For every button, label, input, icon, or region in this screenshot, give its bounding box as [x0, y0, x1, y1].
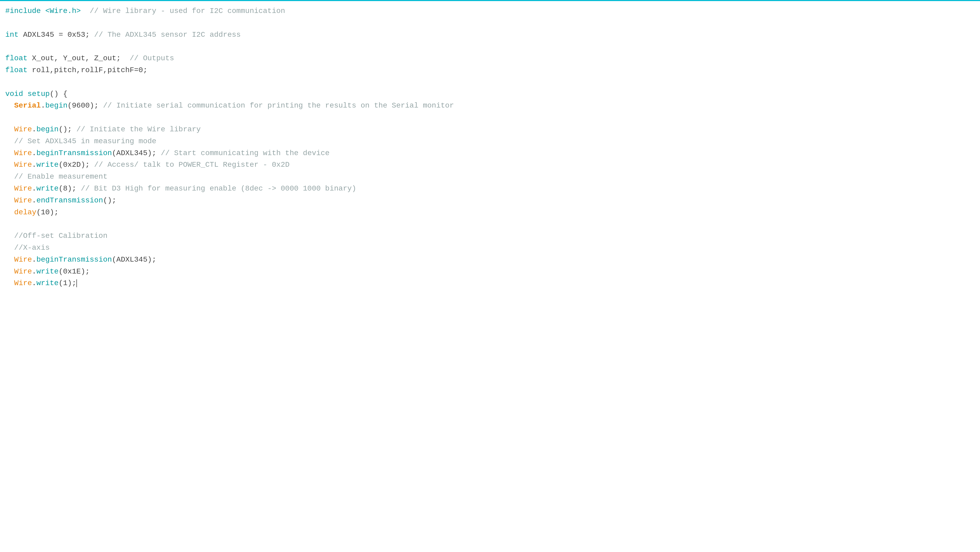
code-token: .	[41, 102, 45, 109]
code-token: ();	[103, 196, 116, 205]
code-line: void setup() {	[3, 88, 975, 100]
code-token	[5, 125, 14, 133]
code-token: delay	[14, 208, 37, 216]
code-token	[5, 244, 14, 252]
code-token: Serial	[14, 102, 41, 109]
code-token	[5, 196, 14, 205]
code-token: write	[37, 279, 59, 287]
code-token: ADXL345 = 0x53;	[19, 31, 94, 39]
code-line: int ADXL345 = 0x53; // The ADXL345 senso…	[3, 29, 975, 41]
code-token: //X-axis	[14, 244, 50, 252]
code-token: (10);	[37, 208, 59, 216]
code-token: write	[37, 161, 59, 169]
code-line: #include <Wire.h> // Wire library - used…	[3, 5, 975, 17]
code-token: setup	[27, 90, 50, 98]
text-cursor	[76, 279, 77, 287]
code-token: write	[37, 184, 59, 193]
code-token: endTransmission	[37, 196, 103, 205]
code-token: // The ADXL345 sensor I2C address	[94, 31, 241, 39]
code-line	[3, 17, 975, 29]
code-token	[5, 102, 14, 109]
code-token: Wire	[14, 196, 32, 205]
code-token: .	[32, 196, 37, 205]
code-token: .	[32, 125, 37, 133]
code-token	[23, 90, 27, 98]
code-token: .	[32, 279, 37, 287]
code-line: Wire.beginTransmission(ADXL345);	[3, 254, 975, 266]
code-token: float	[5, 54, 27, 62]
code-token: (8);	[59, 184, 81, 193]
code-token: Wire	[14, 267, 32, 276]
code-token: Wire	[14, 279, 32, 287]
code-token	[5, 232, 14, 240]
code-token: // Set ADXL345 in measuring mode	[14, 137, 156, 145]
code-token: // Access/ talk to POWER_CTL Register - …	[94, 161, 290, 169]
code-token: Wire	[14, 255, 32, 264]
code-token: begin	[37, 125, 59, 133]
code-line	[3, 218, 975, 230]
code-token	[5, 161, 14, 169]
code-token: float	[5, 66, 27, 74]
code-line: // Enable measurement	[3, 171, 975, 183]
code-token: (ADXL345);	[112, 149, 161, 157]
code-line: Wire.begin(); // Initiate the Wire libra…	[3, 124, 975, 136]
code-token: //Off-set Calibration	[14, 232, 108, 240]
code-line: Wire.write(0x2D); // Access/ talk to POW…	[3, 159, 975, 171]
code-token: // Start communicating with the device	[161, 149, 330, 157]
code-line	[3, 41, 975, 52]
code-token: (ADXL345);	[112, 255, 156, 264]
code-line	[3, 112, 975, 124]
code-token: Wire	[14, 184, 32, 193]
code-token: roll,pitch,rollF,pitchF=0;	[27, 66, 148, 74]
code-line: Wire.write(0x1E);	[3, 266, 975, 278]
code-content[interactable]: #include <Wire.h> // Wire library - used…	[3, 5, 975, 289]
code-token: .	[32, 267, 37, 276]
code-token: void	[5, 90, 23, 98]
code-token: .	[32, 149, 37, 157]
code-token: // Enable measurement	[14, 173, 108, 181]
code-token: begin	[45, 102, 67, 109]
code-token: int	[5, 31, 19, 39]
code-line: Wire.endTransmission();	[3, 195, 975, 207]
code-token: beginTransmission	[37, 255, 112, 264]
code-token: .	[32, 161, 37, 169]
code-line: Wire.beginTransmission(ADXL345); // Star…	[3, 148, 975, 159]
top-border-line	[0, 0, 980, 1]
code-token	[5, 279, 14, 287]
code-token: (1);	[59, 279, 76, 287]
code-line: // Set ADXL345 in measuring mode	[3, 136, 975, 148]
code-token: ();	[59, 125, 76, 133]
code-token: (0x1E);	[59, 267, 90, 276]
code-line: Serial.begin(9600); // Initiate serial c…	[3, 100, 975, 112]
code-token: #include <Wire.h>	[5, 7, 81, 15]
code-line: Wire.write(8); // Bit D3 High for measur…	[3, 183, 975, 195]
code-token: .	[32, 184, 37, 193]
code-token: Wire	[14, 125, 32, 133]
code-token: // Wire library - used for I2C communica…	[81, 7, 285, 15]
code-token: // Bit D3 High for measuring enable (8de…	[81, 184, 356, 193]
code-line: //Off-set Calibration	[3, 230, 975, 242]
code-token: Wire	[14, 149, 32, 157]
code-line: Wire.write(1);	[3, 278, 975, 289]
code-token: X_out, Y_out, Z_out;	[27, 54, 130, 62]
code-line	[3, 76, 975, 88]
code-token: Wire	[14, 161, 32, 169]
code-token	[5, 208, 14, 216]
code-token	[5, 149, 14, 157]
code-token	[5, 184, 14, 193]
code-line: float roll,pitch,rollF,pitchF=0;	[3, 65, 975, 76]
code-token: .	[32, 255, 37, 264]
code-token: // Initiate the Wire library	[76, 125, 200, 133]
code-token	[5, 267, 14, 276]
code-token	[5, 173, 14, 181]
code-token: // Initiate serial communication for pri…	[103, 102, 454, 109]
code-token: () {	[50, 90, 67, 98]
code-line: float X_out, Y_out, Z_out; // Outputs	[3, 52, 975, 65]
code-token: (0x2D);	[59, 161, 94, 169]
code-line: delay(10);	[3, 207, 975, 219]
code-token: write	[37, 267, 59, 276]
code-editor: #include <Wire.h> // Wire library - used…	[0, 0, 980, 552]
code-line: //X-axis	[3, 242, 975, 254]
code-token: (9600);	[67, 102, 103, 109]
code-token: beginTransmission	[37, 149, 112, 157]
